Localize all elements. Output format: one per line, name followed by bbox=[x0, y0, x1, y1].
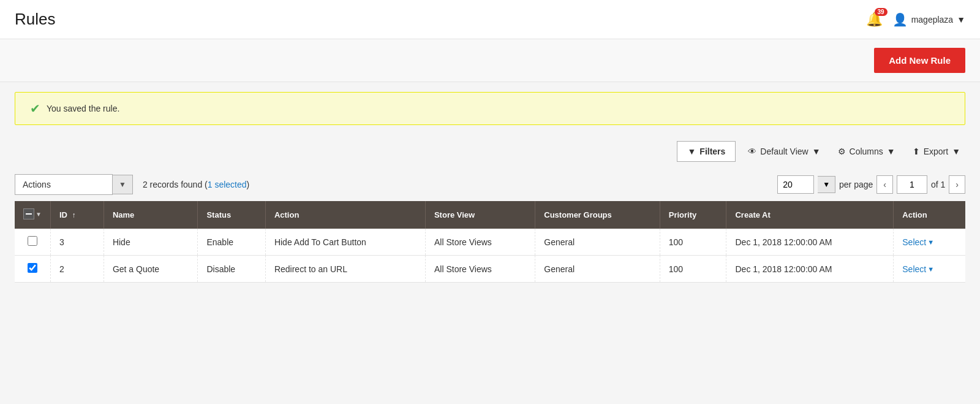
header-checkbox-control[interactable]: ▼ bbox=[23, 208, 42, 219]
records-close: ) bbox=[247, 180, 250, 189]
filter-icon: ▼ bbox=[687, 147, 696, 156]
th-priority: Priority bbox=[660, 201, 726, 229]
table-body: 3HideEnableHide Add To Cart ButtonAll St… bbox=[15, 229, 965, 283]
actions-select[interactable]: Actions bbox=[15, 174, 113, 195]
td-created_at: Dec 1, 2018 12:00:00 AM bbox=[726, 256, 894, 283]
row-select-link[interactable]: Select bbox=[902, 264, 926, 274]
grid-controls: ▼ Filters 👁 Default View ▼ ⚙ Columns ▼ ⬆… bbox=[0, 135, 980, 168]
row-action-select-wrap: Select ▼ bbox=[902, 237, 957, 247]
success-message-text: You saved the rule. bbox=[47, 104, 119, 113]
per-page-wrap: 20 ▼ per page bbox=[777, 175, 873, 194]
per-page-select[interactable]: 20 bbox=[777, 175, 814, 194]
td-priority: 100 bbox=[660, 256, 726, 283]
td-store_view: All Store Views bbox=[425, 256, 535, 283]
user-name: mageplaza bbox=[911, 15, 954, 25]
chevron-down-icon: ▼ bbox=[887, 147, 895, 156]
success-message-banner: ✔ You saved the rule. bbox=[15, 92, 965, 125]
row-action-arrow-icon: ▼ bbox=[927, 238, 934, 246]
columns-button[interactable]: ⚙ Columns ▼ bbox=[833, 143, 900, 160]
td-priority: 100 bbox=[660, 229, 726, 256]
header-right: 🔔 39 👤 mageplaza ▼ bbox=[866, 12, 965, 28]
td-id: 3 bbox=[50, 229, 104, 256]
columns-label: Columns bbox=[850, 147, 883, 156]
user-menu-button[interactable]: 👤 mageplaza ▼ bbox=[892, 12, 965, 27]
filter-label: Filters bbox=[699, 147, 725, 156]
table-row: 2Get a QuoteDisableRedirect to an URLAll… bbox=[15, 256, 965, 283]
bottom-controls: Actions ▼ 2 records found (1 selected) 2… bbox=[0, 168, 980, 201]
gear-icon: ⚙ bbox=[838, 147, 846, 156]
td-row-action: Select ▼ bbox=[894, 256, 965, 283]
selected-count: 1 selected bbox=[208, 180, 247, 189]
actions-select-wrap: Actions ▼ bbox=[15, 174, 133, 195]
sort-id-button[interactable]: ↑ bbox=[70, 211, 78, 219]
check-icon: ✔ bbox=[30, 101, 40, 116]
per-page-label: per page bbox=[839, 180, 873, 189]
chevron-down-icon: ▼ bbox=[36, 211, 42, 218]
th-name: Name bbox=[104, 201, 198, 229]
export-icon: ⬆ bbox=[913, 147, 920, 156]
row-action-select-wrap: Select ▼ bbox=[902, 264, 957, 274]
td-status: Disable bbox=[198, 256, 265, 283]
export-label: Export bbox=[924, 147, 948, 156]
page-header: Rules 🔔 39 👤 mageplaza ▼ bbox=[0, 0, 980, 39]
th-status: Status bbox=[198, 201, 265, 229]
eye-icon: 👁 bbox=[748, 147, 756, 156]
th-row-action: Action bbox=[894, 201, 965, 229]
td-customer_groups: General bbox=[535, 229, 660, 256]
td-action: Hide Add To Cart Button bbox=[265, 229, 425, 256]
actions-dropdown-button[interactable]: ▼ bbox=[113, 175, 133, 194]
rules-table: ▼ ID ↑ Name Status Action Store View Cus… bbox=[15, 201, 965, 283]
of-pages-text: of 1 bbox=[931, 180, 945, 189]
notification-button[interactable]: 🔔 39 bbox=[866, 12, 883, 28]
td-store_view: All Store Views bbox=[425, 229, 535, 256]
row-checkbox[interactable] bbox=[28, 263, 37, 273]
chevron-down-icon: ▼ bbox=[812, 147, 821, 156]
page-title: Rules bbox=[15, 10, 55, 29]
header-row: ▼ ID ↑ Name Status Action Store View Cus… bbox=[15, 201, 965, 229]
td-row-action: Select ▼ bbox=[894, 229, 965, 256]
td-checkbox bbox=[15, 229, 50, 256]
export-button[interactable]: ⬆ Export ▼ bbox=[908, 143, 965, 160]
th-id: ID ↑ bbox=[50, 201, 104, 229]
notification-badge: 39 bbox=[875, 8, 888, 16]
toolbar-section: Add New Rule bbox=[0, 39, 980, 82]
td-created_at: Dec 1, 2018 12:00:00 AM bbox=[726, 229, 894, 256]
header-checkbox-box bbox=[23, 208, 34, 219]
default-view-button[interactable]: 👁 Default View ▼ bbox=[743, 143, 825, 160]
th-create-at: Create At bbox=[726, 201, 894, 229]
th-customer-groups: Customer Groups bbox=[535, 201, 660, 229]
view-label: Default View bbox=[760, 147, 808, 156]
pagination: 20 ▼ per page ‹ of 1 › bbox=[777, 175, 965, 194]
filters-button[interactable]: ▼ Filters bbox=[677, 141, 736, 162]
th-select-all: ▼ bbox=[15, 201, 50, 229]
row-checkbox[interactable] bbox=[28, 236, 37, 246]
th-action: Action bbox=[265, 201, 425, 229]
td-name: Get a Quote bbox=[104, 256, 198, 283]
next-page-button[interactable]: › bbox=[949, 175, 965, 194]
per-page-dropdown-button[interactable]: ▼ bbox=[818, 176, 835, 193]
td-checkbox bbox=[15, 256, 50, 283]
prev-page-button[interactable]: ‹ bbox=[876, 175, 893, 194]
row-action-arrow-icon: ▼ bbox=[927, 265, 934, 273]
chevron-down-icon: ▼ bbox=[957, 15, 965, 25]
td-id: 2 bbox=[50, 256, 104, 283]
user-icon: 👤 bbox=[892, 12, 908, 27]
chevron-down-icon: ▼ bbox=[952, 147, 960, 156]
records-count-text: 2 records found ( bbox=[143, 180, 208, 189]
th-store-view: Store View bbox=[425, 201, 535, 229]
add-new-rule-button[interactable]: Add New Rule bbox=[874, 48, 965, 73]
table-header: ▼ ID ↑ Name Status Action Store View Cus… bbox=[15, 201, 965, 229]
records-info: 2 records found (1 selected) bbox=[143, 180, 249, 189]
td-customer_groups: General bbox=[535, 256, 660, 283]
row-select-link[interactable]: Select bbox=[902, 237, 926, 247]
td-action: Redirect to an URL bbox=[265, 256, 425, 283]
td-name: Hide bbox=[104, 229, 198, 256]
td-status: Enable bbox=[198, 229, 265, 256]
header-checkbox-minus bbox=[26, 213, 32, 215]
table-row: 3HideEnableHide Add To Cart ButtonAll St… bbox=[15, 229, 965, 256]
page-number-input[interactable] bbox=[897, 175, 927, 194]
